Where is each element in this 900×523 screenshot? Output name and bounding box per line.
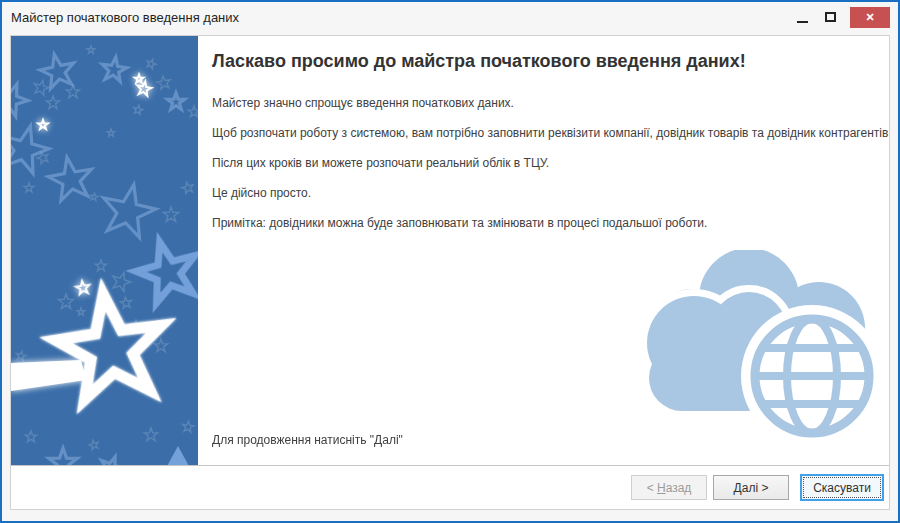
maximize-button[interactable] [816, 6, 844, 28]
wizard-panel: Ласкаво просимо до майстра початкового в… [10, 35, 890, 510]
sidebar-artwork [11, 36, 198, 465]
wizard-content: Ласкаво просимо до майстра початкового в… [198, 36, 889, 465]
next-button[interactable]: Далі > [713, 475, 789, 500]
next-button-label: алі > [742, 481, 769, 495]
paragraph: Це дійсно просто. [212, 186, 875, 200]
paragraph: Щоб розпочати роботу з системою, вам пот… [212, 126, 875, 140]
window-title: Майстер початкового введення даних [11, 10, 239, 25]
cloud-globe-artwork [629, 250, 889, 455]
cancel-button[interactable]: Скасувати [800, 474, 884, 501]
page-title: Ласкаво просимо до майстра початкового в… [212, 51, 875, 72]
minimize-icon [797, 21, 808, 23]
back-button-label: азад [666, 481, 692, 495]
titlebar[interactable]: Майстер початкового введення даних [2, 2, 898, 32]
back-button-mnemonic: Н [657, 481, 666, 495]
paragraph: Примітка: довідники можна буде заповнюва… [212, 216, 875, 230]
maximize-icon [825, 12, 836, 22]
stars-artwork [11, 36, 198, 465]
paragraph: Майстер значно спрощує введення початков… [212, 96, 875, 110]
close-button[interactable]: ✕ [850, 7, 890, 28]
star-tip [166, 446, 190, 465]
back-button-prefix: < [647, 481, 657, 495]
next-button-mnemonic: Д [734, 481, 742, 495]
large-blue-star [130, 234, 198, 306]
cancel-button-label: Скасувати [813, 481, 871, 495]
paragraph: Після цих кроків ви можете розпочати реа… [212, 156, 875, 170]
close-icon: ✕ [865, 11, 874, 24]
back-button[interactable]: < Назад [631, 475, 707, 500]
wizard-page: Ласкаво просимо до майстра початкового в… [11, 36, 889, 465]
continue-note: Для продовження натисніть "Далі" [212, 433, 403, 447]
button-bar: < Назад Далі > Скасувати [11, 465, 889, 509]
window-controls: ✕ [788, 6, 890, 28]
magic-wand-star-icon [11, 287, 170, 402]
wizard-window: Майстер початкового введення даних ✕ [0, 0, 900, 523]
minimize-button[interactable] [788, 6, 816, 28]
